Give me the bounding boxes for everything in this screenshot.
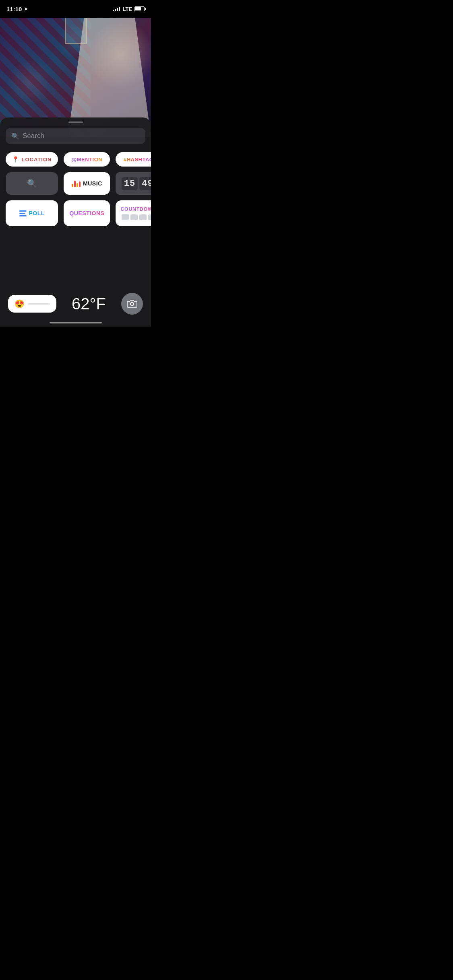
emoji-icon: 😍 <box>14 299 25 309</box>
sticker-grid: 📍 LOCATION @MENTION #HASHTAG 🔍 MUSIC 15 … <box>0 144 151 226</box>
time-sticker[interactable]: 15 49 <box>116 172 151 195</box>
poll-label: POLL <box>29 210 45 216</box>
mention-label: @MENTION <box>72 156 103 163</box>
search-icon: 🔍 <box>11 132 19 140</box>
questions-label: QUESTIONS <box>69 210 104 216</box>
search-placeholder-text: Search <box>23 132 44 140</box>
music-label: MUSIC <box>83 180 102 187</box>
location-arrow-icon: ➤ <box>24 6 28 12</box>
hashtag-label: #HASHTAG <box>124 156 151 163</box>
status-bar: 11:10 ➤ LTE <box>0 0 151 18</box>
emoji-slider <box>28 303 50 305</box>
signal-strength-icon <box>113 6 120 11</box>
countdown-label: COUNTDOWN <box>120 206 151 212</box>
temperature-display: 62°F <box>72 295 106 313</box>
time-minutes: 49 <box>139 177 151 190</box>
status-time: 11:10 ➤ <box>6 6 28 12</box>
countdown-blocks-icon <box>122 214 151 220</box>
status-icons: LTE <box>113 6 145 12</box>
battery-icon <box>134 6 145 11</box>
questions-sticker[interactable]: QUESTIONS <box>64 200 110 226</box>
mention-sticker[interactable]: @MENTION <box>64 152 110 167</box>
countdown-sticker[interactable]: COUNTDOWN <box>116 200 151 226</box>
search-plain-icon: 🔍 <box>27 179 37 188</box>
emoji-sticker-button[interactable]: 😍 <box>8 295 56 313</box>
sheet-drag-handle[interactable] <box>68 121 83 123</box>
background-photo <box>0 0 151 137</box>
camera-icon <box>127 299 137 308</box>
music-sticker[interactable]: MUSIC <box>64 172 110 195</box>
home-indicator <box>50 322 102 323</box>
search-sticker[interactable]: 🔍 <box>6 172 58 195</box>
poll-icon <box>19 210 27 216</box>
pin-icon: 📍 <box>12 156 19 163</box>
hashtag-sticker[interactable]: #HASHTAG <box>116 152 151 167</box>
location-label: LOCATION <box>22 156 52 163</box>
sticker-search-bar[interactable]: 🔍 Search <box>6 128 145 144</box>
camera-button[interactable] <box>121 293 143 315</box>
bottom-toolbar: 😍 62°F <box>0 293 151 315</box>
location-sticker[interactable]: 📍 LOCATION <box>6 152 58 167</box>
time-hours: 15 <box>122 177 138 190</box>
network-type: LTE <box>122 6 132 12</box>
poll-sticker[interactable]: POLL <box>6 200 58 226</box>
music-bars-icon <box>72 180 81 187</box>
